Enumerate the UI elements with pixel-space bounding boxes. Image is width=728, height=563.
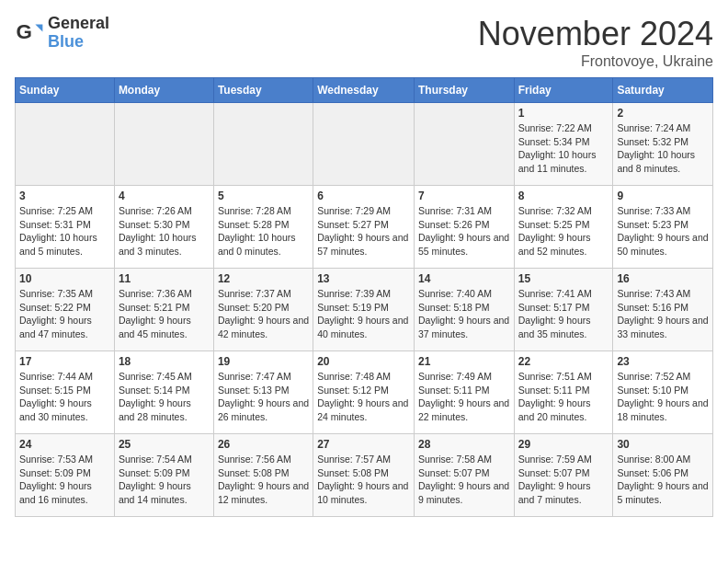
calendar-week-row: 3Sunrise: 7:25 AM Sunset: 5:31 PM Daylig… — [16, 186, 713, 269]
calendar-cell: 8Sunrise: 7:32 AM Sunset: 5:25 PM Daylig… — [514, 186, 613, 269]
calendar-table: SundayMondayTuesdayWednesdayThursdayFrid… — [15, 77, 713, 517]
day-info: Sunrise: 7:53 AM Sunset: 5:09 PM Dayligh… — [19, 453, 110, 507]
calendar-cell: 28Sunrise: 7:58 AM Sunset: 5:07 PM Dayli… — [414, 434, 514, 517]
weekday-header: Friday — [514, 78, 613, 103]
day-info: Sunrise: 7:48 AM Sunset: 5:12 PM Dayligh… — [317, 370, 410, 424]
day-info: Sunrise: 7:32 AM Sunset: 5:25 PM Dayligh… — [518, 204, 609, 259]
calendar-cell — [213, 103, 313, 186]
day-number: 22 — [518, 355, 609, 368]
calendar-cell: 2Sunrise: 7:24 AM Sunset: 5:32 PM Daylig… — [613, 103, 713, 186]
day-number: 26 — [218, 438, 309, 451]
calendar-cell: 6Sunrise: 7:29 AM Sunset: 5:27 PM Daylig… — [313, 186, 415, 269]
calendar-header: SundayMondayTuesdayWednesdayThursdayFrid… — [16, 78, 713, 103]
calendar-cell: 10Sunrise: 7:35 AM Sunset: 5:22 PM Dayli… — [16, 269, 115, 351]
day-info: Sunrise: 7:29 AM Sunset: 5:27 PM Dayligh… — [317, 204, 410, 259]
calendar-cell — [16, 103, 115, 186]
calendar-cell: 23Sunrise: 7:52 AM Sunset: 5:10 PM Dayli… — [613, 351, 713, 434]
day-number: 23 — [617, 355, 709, 368]
calendar-cell: 21Sunrise: 7:49 AM Sunset: 5:11 PM Dayli… — [414, 351, 514, 434]
calendar-week-row: 24Sunrise: 7:53 AM Sunset: 5:09 PM Dayli… — [16, 434, 713, 517]
calendar-cell — [313, 103, 415, 186]
calendar-cell: 30Sunrise: 8:00 AM Sunset: 5:06 PM Dayli… — [613, 434, 713, 517]
day-number: 21 — [418, 355, 510, 368]
day-number: 3 — [19, 190, 110, 202]
logo-icon: G — [15, 18, 44, 48]
calendar-week-row: 1Sunrise: 7:22 AM Sunset: 5:34 PM Daylig… — [16, 103, 713, 186]
day-number: 25 — [119, 438, 210, 451]
weekday-row: SundayMondayTuesdayWednesdayThursdayFrid… — [16, 78, 713, 103]
day-number: 6 — [317, 190, 410, 202]
calendar-cell: 1Sunrise: 7:22 AM Sunset: 5:34 PM Daylig… — [514, 103, 613, 186]
day-info: Sunrise: 7:47 AM Sunset: 5:13 PM Dayligh… — [218, 370, 309, 424]
calendar-cell: 13Sunrise: 7:39 AM Sunset: 5:19 PM Dayli… — [313, 269, 415, 351]
calendar-cell: 29Sunrise: 7:59 AM Sunset: 5:07 PM Dayli… — [514, 434, 613, 517]
day-info: Sunrise: 7:52 AM Sunset: 5:10 PM Dayligh… — [617, 370, 709, 424]
day-info: Sunrise: 7:54 AM Sunset: 5:09 PM Dayligh… — [119, 453, 210, 507]
day-number: 17 — [19, 355, 110, 368]
location: Frontovoye, Ukraine — [478, 53, 713, 70]
day-info: Sunrise: 7:28 AM Sunset: 5:28 PM Dayligh… — [218, 204, 309, 259]
day-info: Sunrise: 7:24 AM Sunset: 5:32 PM Dayligh… — [617, 121, 709, 176]
calendar-cell: 3Sunrise: 7:25 AM Sunset: 5:31 PM Daylig… — [16, 186, 115, 269]
day-number: 27 — [317, 438, 410, 451]
weekday-header: Sunday — [16, 78, 115, 103]
weekday-header: Monday — [114, 78, 213, 103]
day-info: Sunrise: 7:57 AM Sunset: 5:08 PM Dayligh… — [317, 453, 410, 507]
calendar-cell — [114, 103, 213, 186]
calendar-cell — [414, 103, 514, 186]
day-number: 30 — [617, 438, 709, 451]
day-number: 12 — [218, 272, 309, 285]
calendar-cell: 15Sunrise: 7:41 AM Sunset: 5:17 PM Dayli… — [514, 269, 613, 351]
weekday-header: Saturday — [613, 78, 713, 103]
day-number: 29 — [518, 438, 609, 451]
day-info: Sunrise: 7:49 AM Sunset: 5:11 PM Dayligh… — [418, 370, 510, 424]
day-info: Sunrise: 7:25 AM Sunset: 5:31 PM Dayligh… — [19, 204, 110, 259]
day-info: Sunrise: 7:58 AM Sunset: 5:07 PM Dayligh… — [418, 453, 510, 507]
calendar-cell: 22Sunrise: 7:51 AM Sunset: 5:11 PM Dayli… — [514, 351, 613, 434]
day-info: Sunrise: 7:45 AM Sunset: 5:14 PM Dayligh… — [119, 370, 210, 424]
calendar-cell: 19Sunrise: 7:47 AM Sunset: 5:13 PM Dayli… — [213, 351, 313, 434]
day-number: 4 — [119, 190, 210, 202]
calendar-cell: 27Sunrise: 7:57 AM Sunset: 5:08 PM Dayli… — [313, 434, 415, 517]
day-number: 13 — [317, 272, 410, 285]
logo-blue: Blue — [48, 33, 109, 52]
calendar-cell: 9Sunrise: 7:33 AM Sunset: 5:23 PM Daylig… — [613, 186, 713, 269]
day-number: 11 — [119, 272, 210, 285]
day-number: 1 — [518, 107, 609, 120]
title-block: November 2024 Frontovoye, Ukraine — [478, 15, 713, 70]
calendar-cell: 26Sunrise: 7:56 AM Sunset: 5:08 PM Dayli… — [213, 434, 313, 517]
svg-text:G: G — [17, 20, 32, 43]
day-info: Sunrise: 7:43 AM Sunset: 5:16 PM Dayligh… — [617, 287, 709, 341]
month-title: November 2024 — [478, 15, 713, 53]
day-number: 24 — [19, 438, 110, 451]
day-info: Sunrise: 7:40 AM Sunset: 5:18 PM Dayligh… — [418, 287, 510, 341]
day-number: 7 — [418, 190, 510, 202]
day-info: Sunrise: 7:35 AM Sunset: 5:22 PM Dayligh… — [19, 287, 110, 341]
calendar-cell: 5Sunrise: 7:28 AM Sunset: 5:28 PM Daylig… — [213, 186, 313, 269]
page-header: G General Blue November 2024 Frontovoye,… — [15, 15, 713, 70]
calendar-cell: 7Sunrise: 7:31 AM Sunset: 5:26 PM Daylig… — [414, 186, 514, 269]
calendar-week-row: 10Sunrise: 7:35 AM Sunset: 5:22 PM Dayli… — [16, 269, 713, 351]
day-info: Sunrise: 7:31 AM Sunset: 5:26 PM Dayligh… — [418, 204, 510, 259]
calendar-cell: 11Sunrise: 7:36 AM Sunset: 5:21 PM Dayli… — [114, 269, 213, 351]
svg-marker-1 — [35, 24, 42, 31]
day-info: Sunrise: 8:00 AM Sunset: 5:06 PM Dayligh… — [617, 453, 709, 507]
calendar-cell: 20Sunrise: 7:48 AM Sunset: 5:12 PM Dayli… — [313, 351, 415, 434]
calendar-cell: 12Sunrise: 7:37 AM Sunset: 5:20 PM Dayli… — [213, 269, 313, 351]
calendar-cell: 24Sunrise: 7:53 AM Sunset: 5:09 PM Dayli… — [16, 434, 115, 517]
day-number: 15 — [518, 272, 609, 285]
day-number: 19 — [218, 355, 309, 368]
logo-text: General Blue — [48, 15, 109, 52]
day-number: 5 — [218, 190, 309, 202]
calendar-cell: 18Sunrise: 7:45 AM Sunset: 5:14 PM Dayli… — [114, 351, 213, 434]
day-number: 20 — [317, 355, 410, 368]
day-info: Sunrise: 7:41 AM Sunset: 5:17 PM Dayligh… — [518, 287, 609, 341]
day-info: Sunrise: 7:37 AM Sunset: 5:20 PM Dayligh… — [218, 287, 309, 341]
day-info: Sunrise: 7:56 AM Sunset: 5:08 PM Dayligh… — [218, 453, 309, 507]
day-info: Sunrise: 7:44 AM Sunset: 5:15 PM Dayligh… — [19, 370, 110, 424]
day-number: 10 — [19, 272, 110, 285]
calendar-cell: 17Sunrise: 7:44 AM Sunset: 5:15 PM Dayli… — [16, 351, 115, 434]
weekday-header: Thursday — [414, 78, 514, 103]
weekday-header: Tuesday — [213, 78, 313, 103]
day-info: Sunrise: 7:59 AM Sunset: 5:07 PM Dayligh… — [518, 453, 609, 507]
